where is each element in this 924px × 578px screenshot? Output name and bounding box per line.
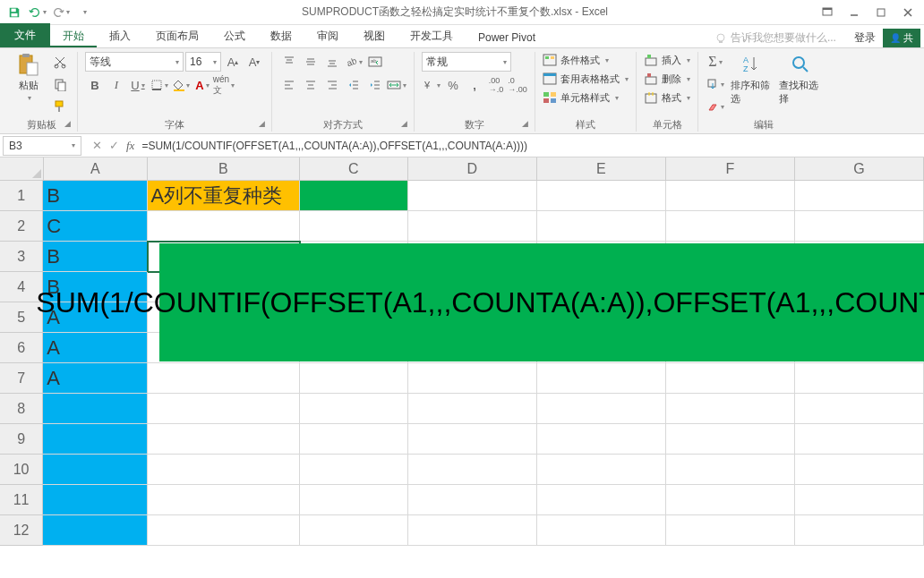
align-right-icon[interactable] bbox=[322, 75, 342, 95]
cell-G11[interactable] bbox=[795, 485, 924, 515]
cell-F2[interactable] bbox=[666, 211, 795, 242]
name-box[interactable]: B3▾ bbox=[3, 136, 81, 156]
increase-indent-icon[interactable] bbox=[365, 75, 385, 95]
cell-A11[interactable] bbox=[43, 485, 147, 515]
cell-B10[interactable] bbox=[148, 455, 300, 485]
number-format-select[interactable]: 常规▾ bbox=[422, 52, 511, 72]
cell-F1[interactable] bbox=[666, 181, 795, 211]
tab-power-pivot[interactable]: Power Pivot bbox=[466, 28, 548, 47]
cell-B7[interactable] bbox=[148, 363, 300, 394]
ribbon-options-icon[interactable] bbox=[815, 2, 840, 23]
cell-E1[interactable] bbox=[537, 181, 666, 211]
row-header-2[interactable]: 2 bbox=[0, 211, 43, 242]
cell-A8[interactable] bbox=[43, 394, 147, 424]
cell-A10[interactable] bbox=[43, 455, 147, 485]
font-size-select[interactable]: 16▾ bbox=[185, 52, 221, 72]
row-header-1[interactable]: 1 bbox=[0, 181, 43, 211]
cell-D2[interactable] bbox=[408, 211, 537, 242]
cell-C12[interactable] bbox=[300, 515, 408, 546]
wrap-text-icon[interactable]: ab bbox=[365, 52, 385, 72]
font-launcher-icon[interactable]: ◢ bbox=[259, 119, 270, 130]
cancel-formula-icon[interactable]: ✕ bbox=[92, 139, 102, 152]
cell-D8[interactable] bbox=[408, 394, 537, 424]
cell-G10[interactable] bbox=[795, 455, 924, 485]
qat-customize-icon[interactable]: ▾ bbox=[73, 2, 95, 23]
find-select-button[interactable]: 查找和选择 bbox=[779, 52, 822, 106]
cell-D12[interactable] bbox=[408, 515, 537, 546]
save-icon[interactable] bbox=[4, 2, 25, 23]
cell-G8[interactable] bbox=[795, 394, 924, 424]
cell-C10[interactable] bbox=[300, 455, 408, 485]
row-header-6[interactable]: 6 bbox=[0, 333, 43, 363]
row-header-3[interactable]: 3 bbox=[0, 242, 43, 272]
align-center-icon[interactable] bbox=[301, 75, 321, 95]
cell-G12[interactable] bbox=[795, 515, 924, 546]
accounting-format-icon[interactable]: ¥▾ bbox=[422, 75, 441, 95]
formula-input[interactable]: =SUM(1/COUNTIF(OFFSET(A1,,,COUNTA(A:A)),… bbox=[134, 140, 924, 152]
cell-styles-button[interactable]: 单元格样式▾ bbox=[543, 89, 629, 106]
delete-cells-button[interactable]: 删除▾ bbox=[644, 71, 690, 87]
undo-icon[interactable]: ▾ bbox=[27, 2, 48, 23]
cell-D1[interactable] bbox=[408, 181, 537, 211]
row-header-10[interactable]: 10 bbox=[0, 455, 43, 485]
cell-A6[interactable]: A bbox=[43, 333, 147, 363]
copy-icon[interactable] bbox=[50, 74, 70, 94]
cell-B2[interactable] bbox=[148, 211, 300, 242]
col-header-E[interactable]: E bbox=[537, 157, 666, 180]
tab-developer[interactable]: 开发工具 bbox=[398, 25, 466, 47]
phonetic-icon[interactable]: wén文▾ bbox=[214, 75, 234, 95]
format-cells-button[interactable]: 格式▾ bbox=[644, 89, 690, 106]
font-color-icon[interactable]: A▾ bbox=[192, 75, 212, 95]
cell-A7[interactable]: A bbox=[43, 363, 147, 394]
format-painter-icon[interactable] bbox=[50, 97, 70, 116]
cell-A3[interactable]: B bbox=[43, 242, 147, 272]
cell-G2[interactable] bbox=[795, 211, 924, 242]
cell-A9[interactable] bbox=[43, 424, 147, 455]
col-header-C[interactable]: C bbox=[300, 157, 408, 180]
cell-C9[interactable] bbox=[300, 424, 408, 455]
cell-F10[interactable] bbox=[666, 455, 795, 485]
cell-C7[interactable] bbox=[300, 363, 408, 394]
cell-E11[interactable] bbox=[537, 485, 666, 515]
cell-F8[interactable] bbox=[666, 394, 795, 424]
cell-G7[interactable] bbox=[795, 363, 924, 394]
row-header-12[interactable]: 12 bbox=[0, 515, 43, 546]
comma-icon[interactable]: , bbox=[465, 75, 484, 95]
align-middle-icon[interactable] bbox=[301, 52, 321, 72]
cell-F11[interactable] bbox=[666, 485, 795, 515]
cell-F9[interactable] bbox=[666, 424, 795, 455]
cell-A1[interactable]: B bbox=[43, 181, 147, 211]
row-header-7[interactable]: 7 bbox=[0, 363, 43, 394]
cell-C11[interactable] bbox=[300, 485, 408, 515]
cell-E2[interactable] bbox=[537, 211, 666, 242]
select-all-corner[interactable] bbox=[0, 157, 44, 180]
share-button[interactable]: 👤 共 bbox=[883, 29, 920, 47]
autosum-icon[interactable]: Σ▾ bbox=[706, 52, 725, 72]
maximize-icon[interactable] bbox=[868, 2, 894, 23]
cell-B9[interactable] bbox=[148, 424, 300, 455]
tell-me-search[interactable]: 告诉我您想要做什么... bbox=[714, 30, 836, 46]
cell-D9[interactable] bbox=[408, 424, 537, 455]
align-left-icon[interactable] bbox=[279, 75, 299, 95]
cell-C8[interactable] bbox=[300, 394, 408, 424]
conditional-format-button[interactable]: 条件格式▾ bbox=[543, 52, 629, 68]
col-header-G[interactable]: G bbox=[795, 157, 924, 180]
cell-C1[interactable] bbox=[300, 181, 408, 211]
cell-B1[interactable]: A列不重复种类 bbox=[148, 181, 300, 211]
cell-E12[interactable] bbox=[537, 515, 666, 546]
cut-icon[interactable] bbox=[50, 52, 70, 72]
cell-E8[interactable] bbox=[537, 394, 666, 424]
enter-formula-icon[interactable]: ✓ bbox=[109, 139, 119, 152]
tab-view[interactable]: 视图 bbox=[351, 25, 398, 47]
increase-font-icon[interactable]: A▴ bbox=[223, 52, 243, 72]
italic-button[interactable]: I bbox=[107, 75, 126, 95]
clear-icon[interactable]: ▾ bbox=[706, 97, 725, 116]
cell-G1[interactable] bbox=[795, 181, 924, 211]
cell-F12[interactable] bbox=[666, 515, 795, 546]
tab-formulas[interactable]: 公式 bbox=[211, 25, 258, 47]
percent-icon[interactable]: % bbox=[443, 75, 463, 95]
row-header-9[interactable]: 9 bbox=[0, 424, 43, 455]
border-icon[interactable]: ▾ bbox=[150, 75, 169, 95]
bold-button[interactable]: B bbox=[85, 75, 105, 95]
align-bottom-icon[interactable] bbox=[322, 52, 342, 72]
